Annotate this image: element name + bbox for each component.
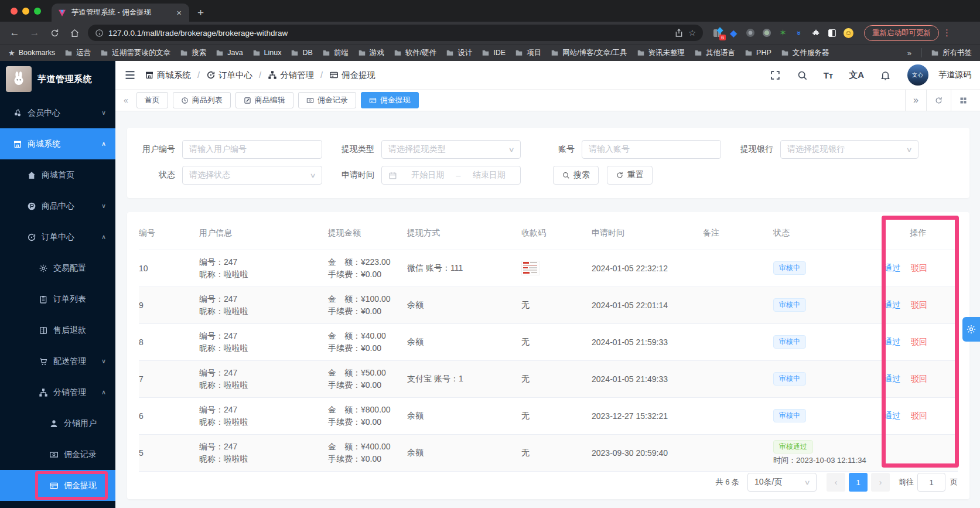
extensions-puzzle-icon[interactable] [811,28,821,38]
approve-link[interactable]: 通过 [884,411,900,420]
forward-button[interactable]: → [26,25,43,41]
user-no-input[interactable]: 请输入用户编号 [182,140,322,159]
sidebar-item-trade-config[interactable]: 交易配置 [0,253,115,284]
address-bar[interactable]: 127.0.0.1/mall/trade/brokerage/brokerage… [88,25,703,41]
search-icon[interactable] [797,70,808,81]
next-page-button[interactable]: › [871,473,890,492]
bookmark-folder[interactable]: 其他语言 [694,48,735,58]
user-avatar[interactable]: 文心 [907,64,928,86]
browser-menu-icon[interactable]: ⋮ [943,28,951,38]
approve-link[interactable]: 通过 [884,263,900,272]
new-tab-button[interactable]: + [197,6,204,19]
sidebar-item-mall-system[interactable]: 商城系统 ∧ [0,128,115,159]
breadcrumb-item[interactable]: 分销管理 [268,70,314,81]
tabs-collapse-icon[interactable]: « [120,96,132,105]
bookmark-folder[interactable]: 项目 [515,48,541,58]
back-button[interactable]: ← [6,25,23,41]
hamburger-menu-icon[interactable] [124,69,136,81]
bookmarks-root[interactable]: ★Bookmarks [8,49,55,57]
withdraw-bank-select[interactable]: 请选择提现银行∨ [780,140,918,159]
app-logo[interactable]: 芋道管理系统 [0,61,115,97]
page-tab-product-edit[interactable]: 商品编辑 [235,92,293,108]
extension-icon[interactable] [762,28,771,38]
page-size-select[interactable]: 10条/页∨ [747,473,817,492]
window-controls[interactable] [11,8,41,15]
page-tab-commission-records[interactable]: 佣金记录 [298,92,356,108]
sidebar-item-commission-withdraw[interactable]: 佣金提现 [0,470,115,501]
bookmarks-overflow-icon[interactable]: » [907,49,911,57]
extension-icon[interactable]: ✶ [778,28,788,38]
maximize-window-button[interactable] [34,8,41,15]
bookmark-folder[interactable]: IDE [482,49,506,57]
sidebar-item-member-center[interactable]: 会员中心 ∨ [0,97,115,128]
bookmark-folder[interactable]: 近期需要读的文章 [100,48,170,58]
goto-page-input[interactable]: 1 [917,473,945,492]
share-icon[interactable] [674,28,684,37]
sidebar-item-distribution[interactable]: 分销管理 ∧ [0,377,115,408]
breadcrumb-item[interactable]: 佣金提现 [329,70,375,81]
reject-link[interactable]: 驳回 [911,263,927,272]
payment-qr-image[interactable] [521,261,539,275]
reset-button[interactable]: 重置 [607,166,653,185]
bookmark-folder[interactable]: Java [216,49,243,57]
bookmark-folder[interactable]: Linux [252,49,282,57]
profile-avatar[interactable]: ☺ [844,28,853,38]
sidebar-item-distribution-users[interactable]: 分销用户 [0,408,115,439]
tabs-layout-grid-icon[interactable] [951,90,975,111]
bookmark-folder[interactable]: 游戏 [358,48,384,58]
bookmark-star-icon[interactable]: ☆ [688,28,696,37]
sidebar-item-commission-records[interactable]: 佣金记录 [0,439,115,470]
url-text[interactable]: 127.0.0.1/mall/trade/brokerage/brokerage… [108,29,670,37]
sidebar-item-product-center[interactable]: 商品中心 ∨ [0,190,115,221]
language-icon[interactable]: 文A [849,70,864,81]
bookmark-folder[interactable]: 软件/硬件 [394,48,436,58]
sidebar-item-order-center[interactable]: 订单中心 ∧ [0,221,115,253]
account-input[interactable]: 请输入账号 [582,140,721,159]
approve-link[interactable]: 通过 [884,337,900,346]
sidebar-item-mall-home[interactable]: 商城首页 [0,159,115,190]
page-tab-commission-withdraw[interactable]: 佣金提现 [361,92,419,108]
font-size-icon[interactable]: Tт [824,70,834,80]
extension-icon[interactable]: » [794,28,804,38]
end-date-input[interactable]: 结束日期 [464,170,514,180]
close-window-button[interactable] [11,8,18,15]
extension-icon[interactable]: 6 [712,28,722,38]
fullscreen-icon[interactable] [770,70,781,81]
bookmark-folder[interactable]: 运营 [64,48,91,58]
site-info-icon[interactable] [95,29,104,37]
browser-tab[interactable]: 芋道管理系统 - 佣金提现 × [52,4,189,22]
start-date-input[interactable]: 开始日期 [403,170,453,180]
reload-button[interactable] [46,25,63,41]
page-tab-product-list[interactable]: 商品列表 [173,92,231,108]
bookmark-folder[interactable]: 资讯未整理 [637,48,685,58]
apply-time-range-picker[interactable]: 开始日期 – 结束日期 [381,166,521,185]
all-bookmarks[interactable]: 所有书签 [931,48,972,58]
sidebar-item-delivery[interactable]: 配送管理 ∨ [0,346,115,377]
notification-bell-icon[interactable] [880,70,891,81]
status-select[interactable]: 请选择状态∨ [182,166,322,185]
current-page-button[interactable]: 1 [849,473,868,492]
home-button[interactable] [66,25,83,41]
reject-link[interactable]: 驳回 [911,300,927,309]
username[interactable]: 芋道源码 [938,70,971,80]
extension-icon[interactable] [827,28,837,38]
tab-close-icon[interactable]: × [175,8,183,18]
bookmark-folder[interactable]: 网站/博客/文章/工具 [551,48,627,58]
sidebar-item-refund[interactable]: 售后退款 [0,315,115,346]
reject-link[interactable]: 驳回 [911,337,927,346]
sidebar-item-order-list[interactable]: 订单列表 [0,284,115,315]
withdraw-type-select[interactable]: 请选择提现类型∨ [381,140,521,159]
chrome-update-button[interactable]: 重新启动即可更新 [864,25,939,41]
reject-link[interactable]: 驳回 [911,374,927,383]
search-button[interactable]: 搜索 [553,166,599,185]
tabs-expand-icon[interactable]: » [905,90,926,111]
extension-icon[interactable]: ◆ [729,28,739,38]
bookmark-folder[interactable]: 文件服务器 [781,48,829,58]
theme-settings-button[interactable] [962,317,980,342]
bookmark-folder[interactable]: 设计 [446,48,472,58]
approve-link[interactable]: 通过 [884,374,900,383]
approve-link[interactable]: 通过 [884,300,900,309]
bookmark-folder[interactable]: PHP [745,49,771,57]
bookmark-folder[interactable]: DB [291,49,312,57]
bookmark-folder[interactable]: 搜索 [180,48,206,58]
